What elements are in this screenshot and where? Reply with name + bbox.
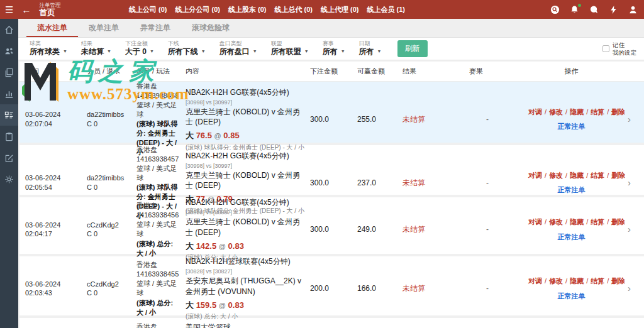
bet-amount: 300.0	[310, 224, 357, 234]
remember-settings-checkbox[interactable]: 记住 我的设定	[602, 41, 636, 56]
action-swap[interactable]: 对调	[528, 277, 542, 285]
bet-time: 03-06-202402:03:43	[25, 280, 87, 298]
refresh-button[interactable]: 刷新	[397, 40, 428, 57]
filter-date[interactable]: 日期 所有▼	[359, 41, 382, 57]
sidebar-item-reports[interactable]	[0, 62, 18, 83]
home-icon	[4, 25, 14, 35]
action-settle[interactable]: 结算	[591, 277, 604, 285]
action-hide[interactable]: 隐藏	[570, 218, 584, 226]
action-edit[interactable]: 修改	[549, 218, 563, 226]
filter-result[interactable]: 结果 未结算▼	[81, 41, 111, 57]
user-icon[interactable]	[628, 5, 638, 14]
action-edit[interactable]: 修改	[549, 172, 563, 179]
hamburger-menu-icon[interactable]: ☰	[5, 5, 13, 14]
action-settle[interactable]: 结算	[591, 172, 604, 179]
nav-online-branch[interactable]: 线上分公司 (0)	[175, 5, 221, 14]
match-score: -	[469, 178, 528, 188]
header-score: 赛果	[469, 67, 528, 76]
header-time: 时间	[25, 67, 87, 76]
title-block: 注单管理 首页	[39, 3, 60, 17]
top-nav: 线上公司 (0) 线上分公司 (0) 线上股东 (0) 线上总代 (0) 线上代…	[129, 0, 405, 19]
lightning-icon[interactable]	[609, 5, 618, 14]
sidebar-item-statistics[interactable]	[0, 83, 18, 104]
filter-downline[interactable]: 下线 所有下线▼	[168, 41, 206, 57]
action-edit[interactable]: 修改	[549, 277, 563, 285]
sidebar-item-settings[interactable]	[0, 168, 18, 190]
sidebar-item-notes[interactable]	[0, 147, 18, 168]
tab-changed-bets[interactable]: 改单注单	[78, 19, 130, 37]
chevron-down-icon: ▼	[253, 49, 257, 55]
action-settle[interactable]: 结算	[591, 108, 604, 116]
table-row[interactable]: 03-06-202402:07:04 da22timibbsC 0 香港盘 14…	[19, 82, 644, 143]
match-score: -	[469, 283, 528, 293]
row-expand-chevron[interactable]: ›	[619, 282, 644, 295]
sidebar-item-tasks[interactable]	[0, 126, 18, 147]
header-slip: 单号 / 玩法	[136, 67, 186, 76]
action-normal-bet[interactable]: 正常注单	[558, 232, 586, 242]
note-pen-icon	[4, 153, 14, 163]
chevron-down-icon: ▼	[63, 49, 67, 55]
bet-slip-info: 香港盘	[136, 318, 186, 328]
main-content: 流水注单 改单注单 异常注单 滚球危险球 球类 所有球类▼ 结果 未结算▼ 下注…	[18, 19, 644, 328]
sidebar-item-members[interactable]	[0, 40, 18, 62]
filter-match[interactable]: 赛事 所有▼	[323, 41, 345, 57]
gear-icon	[4, 175, 14, 184]
bet-result: 未结算	[402, 224, 469, 234]
tab-abnormal-bets[interactable]: 异常注单	[130, 19, 181, 37]
filter-bet-amount[interactable]: 下注金额 大于 0▼	[125, 41, 154, 57]
row-actions: 对调/修改/隐藏/结算/删除 正常注单	[528, 276, 619, 301]
table-row[interactable]: 03-06-202402:03:43 cCzdKdg2C 0 香港盘 14163…	[19, 256, 644, 315]
back-arrow-icon[interactable]: ←	[21, 5, 31, 14]
notifications-bell-icon[interactable]	[570, 5, 579, 14]
action-swap[interactable]: 对调	[528, 218, 542, 226]
bet-time: 03-06-202402:07:04	[25, 110, 87, 129]
win-amount: 249.0	[357, 224, 402, 234]
action-hide[interactable]: 隐藏	[570, 277, 584, 285]
nav-online-shareholder[interactable]: 线上股东 (0)	[228, 5, 267, 14]
clipboard-icon	[4, 132, 14, 141]
bets-table: 时间 会员 / 退水 单号 / 玩法 内容 下注金额 可赢金额 结果 赛果 操作…	[18, 62, 644, 328]
action-normal-bet[interactable]: 正常注单	[558, 122, 586, 131]
users-icon	[4, 46, 14, 56]
bet-time	[25, 318, 87, 322]
action-swap[interactable]: 对调	[528, 108, 542, 116]
chevron-down-icon: ▼	[304, 49, 309, 55]
row-actions: 对调/修改/隐藏/结算/删除 正常注单	[528, 171, 619, 195]
tabs-bar: 流水注单 改单注单 异常注单 滚球危险球	[18, 19, 644, 38]
sidebar-item-home[interactable]	[0, 19, 18, 40]
page-title: 首页	[39, 9, 60, 17]
row-expand-chevron[interactable]: ›	[619, 177, 644, 189]
chevron-down-icon: ▼	[107, 49, 111, 55]
nav-online-member[interactable]: 线上会员 (1)	[367, 5, 406, 14]
action-normal-bet[interactable]: 正常注单	[558, 292, 586, 301]
bet-time: 03-06-202402:04:17	[25, 221, 87, 239]
bar-chart-icon	[4, 89, 14, 99]
action-normal-bet[interactable]: 正常注单	[558, 185, 586, 195]
tab-rolling-danger-ball[interactable]: 滚球危险球	[181, 19, 240, 37]
row-actions: 对调/修改/隐藏/结算/删除 正常注单	[528, 217, 619, 242]
table-row[interactable]: 香港盘 美国大学篮球	[19, 318, 644, 328]
chat-icon[interactable]	[589, 5, 599, 14]
row-expand-chevron[interactable]: ›	[619, 223, 644, 236]
search-icon[interactable]	[550, 5, 560, 14]
action-edit[interactable]: 修改	[549, 108, 563, 116]
nav-online-master-agent[interactable]: 线上总代 (0)	[275, 5, 313, 14]
nav-online-company[interactable]: 线上公司 (0)	[129, 5, 167, 14]
filter-league[interactable]: 联盟 所有联盟▼	[271, 41, 309, 57]
nav-online-agent[interactable]: 线上代理 (0)	[321, 5, 359, 14]
action-hide[interactable]: 隐藏	[570, 108, 584, 116]
sidebar-item-bet-orders[interactable]	[0, 104, 18, 126]
action-hide[interactable]: 隐藏	[570, 172, 584, 179]
table-row[interactable]: 03-06-202402:05:54 da22timibbsC 0 香港盘 14…	[19, 145, 644, 195]
bet-time: 03-06-202402:05:54	[25, 173, 87, 192]
bet-member: da22timibbsC 0	[87, 110, 136, 129]
filter-market-type[interactable]: 盘口类型 所有盘口▼	[219, 41, 257, 57]
filter-ball-type[interactable]: 球类 所有球类▼	[30, 41, 67, 57]
tab-running-bets[interactable]: 流水注单	[26, 19, 78, 37]
bet-content: NBA2K-H2H GG联赛(4x5分钟) [30998] vs [30997]…	[186, 197, 310, 262]
checkbox[interactable]	[602, 45, 609, 52]
action-swap[interactable]: 对调	[528, 172, 542, 179]
table-row[interactable]: 03-06-202402:04:17 cCzdKdg2C 0 香港盘 14163…	[19, 197, 644, 254]
action-settle[interactable]: 结算	[591, 218, 604, 226]
row-expand-chevron[interactable]: ›	[619, 113, 644, 126]
